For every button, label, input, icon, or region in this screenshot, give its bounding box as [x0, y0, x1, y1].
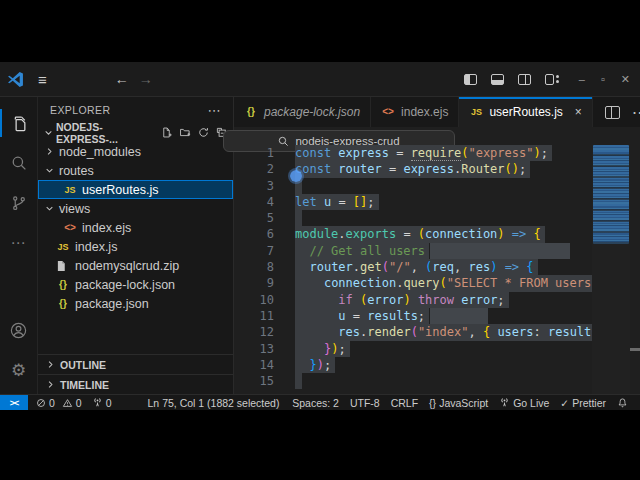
code-line-6[interactable]: 6module.exports = (connection) => {	[234, 226, 640, 242]
ejs-file-icon: <>	[63, 221, 77, 235]
code-line-4[interactable]: 4let u = [];	[234, 194, 640, 210]
line-number: 4	[234, 194, 274, 210]
chevron-right-icon	[46, 380, 55, 389]
code-line-10[interactable]: 10 if (error) throw error;	[234, 292, 640, 308]
notifications-bell[interactable]	[617, 397, 628, 408]
scrollbar[interactable]	[630, 145, 640, 394]
tree-item-node-modules[interactable]: node_modules	[38, 142, 233, 161]
panel-outline[interactable]: OUTLINE	[38, 354, 233, 374]
tree-item-index-ejs[interactable]: <>index.ejs	[38, 218, 233, 237]
line-number: 11	[234, 308, 274, 324]
account-icon[interactable]	[0, 310, 38, 350]
line-number: 13	[234, 341, 274, 357]
code-line-15[interactable]: 15	[234, 373, 640, 389]
code-line-11[interactable]: 11 u = results;	[234, 308, 640, 324]
panel-timeline[interactable]: TIMELINE	[38, 374, 233, 394]
refresh-icon[interactable]	[198, 127, 209, 138]
code-line-12[interactable]: 12 res.render("index", { users: results,…	[234, 324, 640, 340]
line-number: 7	[234, 243, 274, 259]
restore-button[interactable]: ▫	[601, 73, 605, 85]
file-label: package.json	[75, 297, 149, 311]
cursor-position[interactable]: Ln 75, Col 1 (1882 selected)	[148, 397, 280, 409]
vscode-window: ≡ ← → nodejs-express-crud – ▫	[0, 62, 640, 410]
file-label: node_modules	[59, 145, 141, 159]
tab-label: index.ejs	[401, 105, 448, 119]
indentation-status[interactable]: Spaces: 2	[292, 397, 339, 409]
prettier-status[interactable]: ✓ Prettier	[560, 397, 606, 409]
back-icon[interactable]: ←	[115, 71, 129, 87]
chevron-down-icon	[45, 166, 54, 175]
editor-more-icon[interactable]: ⋯	[632, 103, 640, 122]
remote-indicator[interactable]: ><	[0, 395, 28, 410]
tree-item-routes[interactable]: routes	[38, 161, 233, 180]
ports-indicator[interactable]: 0	[92, 397, 112, 409]
code-line-9[interactable]: 9 connection.query("SELECT * FROM users"…	[234, 275, 640, 291]
braces-file-icon: {}	[56, 297, 70, 311]
braces-file-icon: {}	[56, 278, 70, 292]
line-number: 15	[234, 373, 274, 389]
code-editor[interactable]: 1const express = require("express");2con…	[234, 145, 640, 394]
language-mode[interactable]: {} JavaScript	[429, 397, 488, 409]
tab-index-ejs[interactable]: <>index.ejs	[371, 97, 459, 127]
line-number: 8	[234, 259, 274, 275]
split-editor-icon[interactable]	[605, 106, 620, 119]
tab-package-lock-json[interactable]: {}package-lock.json	[234, 97, 371, 127]
menu-icon[interactable]: ≡	[30, 71, 55, 88]
code-line-8[interactable]: 8 router.get("/", (req, res) => {	[234, 259, 640, 275]
eol-status[interactable]: CRLF	[391, 397, 418, 409]
tree-item-nodemysqlcrud-zip[interactable]: nodemysqlcrud.zip	[38, 256, 233, 275]
code-line-13[interactable]: 13 });	[234, 341, 640, 357]
tab-label: package-lock.json	[264, 105, 360, 119]
toggle-panel-icon[interactable]	[491, 74, 504, 85]
tree-item-index-js[interactable]: JSindex.js	[38, 237, 233, 256]
close-button[interactable]: ✕	[621, 73, 630, 86]
line-number: 6	[234, 226, 274, 242]
check-icon: ✓	[560, 397, 569, 409]
error-icon	[36, 398, 46, 408]
file-label: index.js	[75, 240, 117, 254]
files-icon[interactable]	[0, 103, 38, 143]
toggle-sidebar-icon[interactable]	[464, 74, 477, 85]
warning-icon	[62, 398, 73, 408]
minimap-selection	[593, 145, 629, 244]
git-branch-icon[interactable]	[0, 183, 38, 223]
workspace-row[interactable]: NODEJS-EXPRESS-...	[38, 123, 233, 142]
vscode-logo-icon	[0, 71, 30, 88]
new-folder-icon[interactable]	[179, 127, 191, 138]
new-file-icon[interactable]	[161, 127, 172, 138]
file-label: package-lock.json	[75, 278, 175, 292]
toggle-secondary-sidebar-icon[interactable]	[518, 74, 531, 85]
gear-icon[interactable]: ⚙	[0, 350, 38, 390]
go-live-button[interactable]: Go Live	[499, 397, 549, 409]
minimap[interactable]	[592, 145, 630, 394]
search-icon[interactable]	[0, 143, 38, 183]
js-file-icon: JS	[56, 240, 70, 254]
tree-item-package-lock-json[interactable]: {}package-lock.json	[38, 275, 233, 294]
explorer-more-icon[interactable]: ⋯	[208, 103, 221, 118]
code-line-7[interactable]: 7 // Get all users	[234, 243, 640, 259]
code-line-5[interactable]: 5	[234, 210, 640, 226]
title-bar: ≡ ← → nodejs-express-crud – ▫	[0, 62, 640, 97]
encoding-status[interactable]: UTF-8	[350, 397, 380, 409]
code-line-14[interactable]: 14 });	[234, 357, 640, 373]
explorer-title: EXPLORER	[50, 104, 110, 116]
forward-icon[interactable]: →	[139, 71, 153, 87]
activity-bar: ⋯ ⚙	[0, 97, 38, 394]
tab-userroutes-js[interactable]: JSuserRoutes.js×	[459, 97, 592, 127]
close-tab-icon[interactable]: ×	[575, 105, 582, 119]
explorer-sidebar: EXPLORER ⋯ NODEJS-EXPRESS-... node_modul…	[38, 97, 234, 394]
minimize-button[interactable]: –	[579, 73, 585, 85]
tree-item-userroutes-js[interactable]: JSuserRoutes.js	[38, 180, 233, 199]
tree-item-views[interactable]: views	[38, 199, 233, 218]
ellipsis-icon[interactable]: ⋯	[0, 223, 38, 263]
line-number: 14	[234, 357, 274, 373]
line-number: 2	[234, 161, 274, 177]
tab-label: userRoutes.js	[489, 105, 562, 119]
ejs-file-icon: <>	[381, 105, 395, 119]
problems-indicator[interactable]: 0 0	[36, 397, 82, 409]
line-number: 12	[234, 324, 274, 340]
line-number: 1	[234, 145, 274, 161]
code-line-1[interactable]: 1const express = require("express");	[234, 145, 640, 161]
customize-layout-icon[interactable]	[545, 74, 559, 85]
tree-item-package-json[interactable]: {}package.json	[38, 294, 233, 313]
